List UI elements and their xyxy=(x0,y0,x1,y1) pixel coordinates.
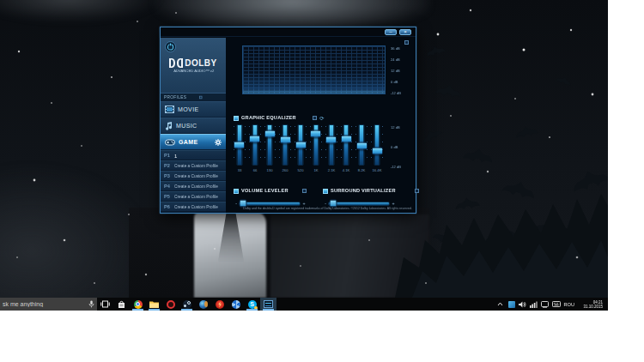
eq-slider-handle[interactable] xyxy=(295,142,307,149)
surround-virtualizer-checkbox[interactable] xyxy=(323,189,328,194)
gear-icon[interactable] xyxy=(215,139,222,146)
surround-virtualizer-help-icon[interactable] xyxy=(415,189,419,193)
sidebar-item-music[interactable]: MUSIC xyxy=(161,118,226,134)
surround-virtualizer-handle[interactable] xyxy=(329,200,337,208)
sidebar-item-label: MOVIE xyxy=(178,106,199,112)
taskbar-app-pinwheel[interactable] xyxy=(228,298,244,311)
eq-slider-4-1k[interactable] xyxy=(343,124,349,166)
eq-frequency-label: 66 xyxy=(252,168,257,172)
dolby-double-d-icon xyxy=(169,58,183,68)
profile-row-p3[interactable]: P3 Create a Custom Profile xyxy=(161,171,226,181)
brand-subtitle: ADVANCED AUDIO™ v2 xyxy=(173,69,213,72)
dolby-advanced-audio-window: – × DOLBY ADVANCED AUD xyxy=(160,27,416,214)
taskbar-app-file-explorer[interactable] xyxy=(146,298,162,311)
network-icon[interactable] xyxy=(529,298,539,311)
profile-label: Create a Custom Profile xyxy=(174,164,218,168)
eq-slider-handle[interactable] xyxy=(341,136,352,143)
microphone-icon[interactable] xyxy=(88,300,94,308)
close-button[interactable]: × xyxy=(399,29,411,35)
flame-app-icon xyxy=(216,300,224,309)
sidebar-item-label: MUSIC xyxy=(176,123,197,129)
equalizer-reset-icon[interactable]: ⟳ xyxy=(319,116,324,120)
eq-db-label: 12 dB xyxy=(391,125,405,129)
profile-row-p4[interactable]: P4 Create a Custom Profile xyxy=(161,181,226,191)
eq-slider-66[interactable] xyxy=(252,124,258,166)
eq-slider-8-2k[interactable] xyxy=(359,124,365,166)
profile-label: 1 xyxy=(174,153,177,158)
eq-frequency-label: 1K xyxy=(313,168,318,172)
graph-help-icon[interactable] xyxy=(404,40,409,45)
volume-leveler-track[interactable] xyxy=(239,202,301,206)
profile-label: Create a Custom Profile xyxy=(174,184,218,189)
minimize-button[interactable]: – xyxy=(385,29,397,35)
eq-slider-handle[interactable] xyxy=(356,142,368,150)
graph-db-label: 24 dB xyxy=(391,57,405,61)
eq-slider-handle[interactable] xyxy=(264,130,276,138)
volume-leveler-handle[interactable] xyxy=(239,200,246,208)
taskbar-search-box[interactable]: sk me anything xyxy=(0,298,97,311)
eq-slider-1k[interactable] xyxy=(313,124,319,166)
profiles-help-icon[interactable] xyxy=(199,95,202,98)
volume-leveler-checkbox[interactable] xyxy=(234,189,239,194)
eq-slider-handle[interactable] xyxy=(325,136,337,143)
eq-slider-handle[interactable] xyxy=(280,136,291,144)
spectrum-graph xyxy=(242,45,386,94)
volume-icon[interactable] xyxy=(518,298,528,311)
volume-leveler-header: VOLUME LEVELER xyxy=(234,188,307,194)
sidebar-item-label: GAME xyxy=(179,139,198,145)
hidden-icons-chevron[interactable] xyxy=(495,298,506,311)
eq-slider-260[interactable] xyxy=(283,124,289,166)
eq-slider-130[interactable] xyxy=(267,124,273,166)
taskbar-app-dolby-active[interactable] xyxy=(260,298,276,311)
eq-slider-520[interactable] xyxy=(298,124,304,166)
system-tray: ROU 04:21 31.10.2015 xyxy=(495,298,608,311)
eq-slider-handle[interactable] xyxy=(310,130,321,137)
eq-slider-2-1k[interactable] xyxy=(328,124,334,166)
eq-slider-16-4k[interactable] xyxy=(374,124,380,166)
sidebar-item-movie[interactable]: MOVIE xyxy=(161,101,226,118)
eq-slider-handle[interactable] xyxy=(372,148,383,155)
profile-key: P5 xyxy=(164,194,170,199)
graph-db-label: 36 dB xyxy=(391,46,405,50)
profile-row-p2[interactable]: P2 Create a Custom Profile xyxy=(161,160,226,171)
profile-row-p5[interactable]: P5 Create a Custom Profile xyxy=(161,191,226,202)
touch-keyboard-icon[interactable] xyxy=(551,298,562,311)
volume-leveler-help-icon[interactable] xyxy=(302,189,307,193)
taskbar-app-skype[interactable]: S xyxy=(244,298,260,311)
profile-label: Create a Custom Profile xyxy=(174,174,218,178)
profile-row-p6[interactable]: P6 Create a Custom Profile xyxy=(161,202,226,212)
movie-icon xyxy=(165,106,174,113)
taskbar-app-store[interactable] xyxy=(113,298,130,311)
window-titlebar[interactable]: – × xyxy=(161,27,416,37)
taskbar-clock[interactable]: 04:21 31.10.2015 xyxy=(583,300,603,308)
main-panel: 36 dB 24 dB 12 dB 0 dB -12 dB GRAPHIC EQ… xyxy=(226,38,416,213)
eq-frequency-label: 16.4K xyxy=(373,168,382,172)
search-text: sk me anything xyxy=(3,301,87,307)
taskbar-app-flame[interactable] xyxy=(211,298,228,311)
task-view-button[interactable] xyxy=(97,298,113,311)
taskbar-app-chrome[interactable] xyxy=(130,298,146,311)
eq-frequency-label: 520 xyxy=(298,168,304,172)
profile-row-p1[interactable]: P1 1 xyxy=(161,150,226,160)
clock-time: 04:21 xyxy=(583,300,603,305)
language-indicator[interactable]: ROU xyxy=(562,298,576,311)
store-icon xyxy=(118,300,125,309)
eq-db-label: 0 dB xyxy=(391,145,405,148)
eq-slider-33[interactable] xyxy=(236,124,242,166)
sidebar-item-game[interactable]: GAME xyxy=(161,134,226,150)
eq-slider-handle[interactable] xyxy=(249,136,260,143)
power-button[interactable] xyxy=(165,41,176,52)
surround-virtualizer-header: SURROUND VIRTUALIZER xyxy=(323,188,419,194)
surround-virtualizer-track[interactable] xyxy=(328,202,390,206)
taskbar-app-globe[interactable] xyxy=(195,298,211,311)
taskbar-app-steam[interactable] xyxy=(179,298,195,311)
taskbar-app-red-ring[interactable] xyxy=(162,298,179,311)
dolby-tray-icon[interactable] xyxy=(507,298,517,311)
eq-slider-handle[interactable] xyxy=(234,141,245,148)
equalizer-help-icon[interactable] xyxy=(313,116,317,120)
eq-frequency-label: 4.1K xyxy=(343,168,350,172)
action-center-icon[interactable] xyxy=(540,298,550,311)
copyright-footer: Dolby and the double-D symbol are regist… xyxy=(244,207,412,209)
profiles-header: PROFILES xyxy=(161,93,226,101)
equalizer-checkbox[interactable] xyxy=(234,116,239,121)
